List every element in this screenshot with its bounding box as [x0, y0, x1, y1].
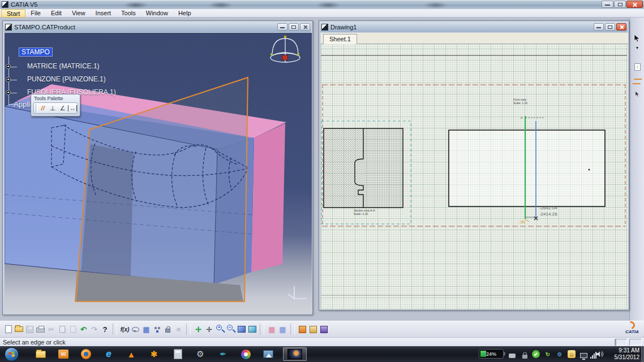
constraint-icon[interactable] — [632, 76, 642, 87]
select-caret-icon[interactable]: ▾ — [632, 42, 642, 53]
undo-icon[interactable]: ↶ — [78, 324, 89, 335]
taskbar-settings[interactable]: ⚙ — [190, 347, 211, 361]
display-icon[interactable] — [579, 350, 587, 358]
menu-help[interactable]: Help — [173, 9, 196, 18]
perpendicularity-icon[interactable]: ⊥ — [48, 104, 57, 113]
close-button[interactable] — [626, 1, 643, 8]
section-view[interactable] — [324, 128, 403, 208]
start-button[interactable] — [5, 347, 19, 361]
tab-sheet1[interactable]: Sheet.1 — [323, 34, 357, 44]
punzone-right-face[interactable] — [251, 123, 285, 272]
menu-view[interactable]: View — [67, 9, 91, 18]
tray-messenger-icon[interactable]: ☺ — [568, 350, 576, 358]
zoom-in-icon[interactable]: + — [214, 324, 225, 335]
speaker-icon[interactable] — [596, 350, 604, 358]
publish-sheet-icon[interactable]: ↑ — [632, 62, 642, 72]
angle-constraint-icon[interactable]: ∠ — [58, 104, 67, 113]
taskbar-writer[interactable]: ✒ — [213, 347, 233, 361]
rules-icon[interactable]: ≡ — [173, 324, 184, 335]
menu-file[interactable]: File — [25, 9, 46, 18]
print-icon[interactable] — [35, 324, 46, 335]
stampo-minimize-button[interactable] — [277, 23, 287, 31]
compass-base-handle[interactable] — [282, 55, 287, 60]
menu-start[interactable]: Start — [1, 9, 25, 18]
tree-node-stampo[interactable]: STAMPO — [19, 48, 53, 57]
tray-antivirus-icon[interactable]: ✔ — [532, 350, 540, 358]
taskbar-explorer[interactable] — [31, 347, 51, 361]
battery-meter[interactable]: 24% — [479, 349, 504, 359]
hierarchy-icon[interactable] — [152, 324, 162, 335]
dim-value-2[interactable]: -2414.26 — [539, 212, 557, 217]
dialog-status-box[interactable] — [629, 339, 642, 346]
taskbar-internet-explorer[interactable]: e — [98, 347, 119, 361]
viewport-3d[interactable]: ⚙ STAMPO + ⚙ MATRICE (MATRICE.1) + ⚙ PUN… — [5, 33, 312, 314]
measure-tool-icon[interactable] — [319, 324, 329, 335]
drawing-maximize-button[interactable] — [605, 23, 615, 31]
toolbar-separator — [113, 324, 117, 335]
restore-button[interactable] — [614, 1, 626, 8]
parallelism-icon[interactable]: // — [38, 104, 47, 113]
menu-insert[interactable]: Insert — [91, 9, 117, 18]
stampo-close-button[interactable] — [300, 23, 310, 31]
pan-icon[interactable]: ✛ — [204, 324, 214, 335]
drawing-canvas[interactable]: Section view A-A Scale: 1:10 Front view … — [321, 44, 628, 309]
stampo-maximize-button[interactable] — [289, 23, 299, 31]
reference-point[interactable] — [589, 169, 590, 171]
save-icon[interactable] — [24, 324, 35, 335]
expander-fusoliera[interactable]: + — [6, 90, 11, 95]
show-desktop-button[interactable] — [641, 346, 644, 362]
taskbar-vlc[interactable]: ▲ — [121, 347, 141, 361]
taskbar-clock[interactable]: 9:31 AM 5/31/2012 — [603, 347, 639, 361]
drawing-minimize-button[interactable] — [594, 23, 604, 31]
tray-sync-icon[interactable]: ↻ — [544, 350, 552, 358]
material-icon[interactable] — [308, 324, 319, 335]
stampo-titlebar[interactable]: STAMPO.CATProduct — [4, 22, 311, 32]
menu-edit[interactable]: Edit — [46, 9, 67, 18]
taskbar-firefox[interactable] — [76, 347, 96, 361]
taskbar-catia-active[interactable] — [283, 347, 307, 361]
taskbar-paint[interactable] — [235, 347, 256, 361]
offset-constraint-icon[interactable]: ↔ — [68, 105, 77, 111]
taskbar-outlook[interactable]: ✉ — [53, 347, 74, 361]
zoom-out-icon[interactable]: − — [225, 324, 236, 335]
knowledge-table-icon[interactable]: ▦ — [141, 324, 152, 335]
help-icon[interactable]: ? — [100, 324, 110, 335]
tree-node-matrice[interactable]: MATRICE (MATRICE.1) — [27, 62, 100, 70]
drawing-close-button[interactable] — [616, 23, 626, 31]
expander-matrice[interactable]: + — [6, 64, 11, 69]
fit-all-icon[interactable]: ✛ — [193, 324, 204, 335]
dim-value-1[interactable]: -2642.04 — [539, 205, 557, 210]
lock-icon[interactable] — [162, 324, 173, 335]
grid-icon-blue[interactable]: ▦ — [277, 324, 288, 335]
copy-icon[interactable] — [57, 324, 67, 335]
catalog-icon[interactable] — [297, 324, 308, 335]
redo-icon[interactable]: ↷ — [89, 324, 100, 335]
normal-view-icon[interactable] — [236, 324, 247, 335]
taskbar-tuneup[interactable]: ✱ — [144, 347, 164, 361]
smart-pick-icon[interactable] — [632, 89, 642, 99]
taskbar-photo-viewer[interactable] — [258, 347, 278, 361]
taskbar-calculator[interactable] — [168, 347, 188, 361]
minimize-button[interactable] — [602, 1, 613, 8]
tray-lock-icon[interactable] — [521, 350, 529, 358]
expander-punzone[interactable]: + — [6, 77, 11, 82]
rotate-view-icon[interactable] — [247, 324, 257, 335]
comment-icon[interactable] — [130, 324, 141, 335]
menu-tools[interactable]: Tools — [116, 9, 141, 18]
tools-palette[interactable]: Tools Palette // ⊥ ∠ ↔ — [31, 94, 80, 117]
power-plug-icon[interactable] — [508, 350, 516, 358]
open-icon[interactable] — [14, 324, 24, 335]
tree-node-punzone[interactable]: PUNZONE (PUNZONE.1) — [27, 75, 106, 83]
front-view-outline[interactable] — [449, 130, 605, 206]
menu-window[interactable]: Window — [141, 9, 173, 18]
tray-utility-icon[interactable]: ⚙ — [556, 350, 564, 358]
power-input-box[interactable] — [615, 339, 627, 346]
grid-icon-pink[interactable]: ▦ — [267, 324, 277, 335]
cut-icon[interactable]: ✂ — [46, 324, 57, 335]
formula-icon[interactable]: f(x) — [119, 324, 130, 335]
paste-icon[interactable] — [67, 324, 78, 335]
dim-angle[interactable]: -90 — [519, 219, 526, 225]
new-document-icon[interactable] — [3, 324, 14, 335]
drawing-titlebar[interactable]: Drawing1 — [320, 22, 628, 32]
palette-grip[interactable] — [36, 104, 37, 113]
